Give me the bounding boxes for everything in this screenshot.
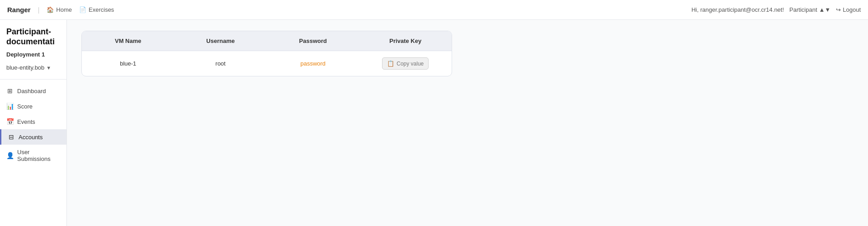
col-private-key: Private Key	[359, 31, 452, 51]
cell-private-key: 📋 Copy value	[359, 51, 452, 76]
sidebar-deployment: Deployment 1	[0, 48, 66, 62]
sidebar-item-accounts[interactable]: ⊟ Accounts	[0, 129, 66, 145]
copy-value-button[interactable]: 📋 Copy value	[382, 57, 429, 70]
greeting-text: Hi, ranger.participant@ocr.cr14.net!	[691, 6, 784, 13]
col-password: Password	[267, 31, 359, 51]
role-label: Participant	[789, 6, 817, 13]
top-nav: Ranger | 🏠 Home 📄 Exercises Hi, ranger.p…	[0, 0, 868, 20]
exercises-link[interactable]: 📄 Exercises	[79, 6, 114, 13]
dashboard-icon: ⊞	[6, 87, 14, 94]
team-chevron-icon: ▼	[46, 65, 51, 71]
role-selector[interactable]: Participant ▲▼	[789, 6, 830, 13]
cell-vm-name: blue-1	[82, 51, 175, 76]
nav-divider: |	[38, 6, 40, 14]
topnav-left: Ranger | 🏠 Home 📄 Exercises	[7, 6, 114, 14]
team-name: blue-entity.bob	[6, 64, 44, 71]
logout-button[interactable]: ↪ Logout	[836, 6, 861, 13]
sidebar-item-user-submissions[interactable]: 👤 User Submissions	[0, 145, 66, 166]
events-icon: 📅	[6, 118, 14, 125]
main-content: VM Name Username Password Private Key bl…	[67, 20, 868, 226]
team-selector[interactable]: blue-entity.bob ▼	[0, 62, 66, 77]
copy-icon: 📋	[387, 60, 394, 67]
accounts-table-card: VM Name Username Password Private Key bl…	[81, 31, 452, 76]
accounts-icon: ⊟	[8, 133, 15, 141]
exercises-icon: 📄	[79, 6, 86, 13]
score-icon: 📊	[6, 103, 14, 110]
user-submissions-icon: 👤	[6, 152, 14, 159]
sidebar-item-dashboard[interactable]: ⊞ Dashboard	[0, 83, 66, 99]
logout-icon: ↪	[836, 6, 841, 13]
topnav-right: Hi, ranger.participant@ocr.cr14.net! Par…	[691, 6, 861, 13]
sidebar-item-label: Score	[17, 103, 33, 110]
brand-title: Ranger	[7, 6, 31, 14]
page-layout: Participant-documentati Deployment 1 blu…	[0, 20, 868, 226]
col-vm-name: VM Name	[82, 31, 175, 51]
sidebar-item-label: Events	[17, 118, 35, 125]
table-header: VM Name Username Password Private Key	[82, 31, 452, 51]
home-link[interactable]: 🏠 Home	[47, 6, 72, 13]
home-icon: 🏠	[47, 6, 54, 13]
sidebar-item-score[interactable]: 📊 Score	[0, 99, 66, 114]
sidebar-item-label: Dashboard	[17, 88, 46, 94]
cell-username: root	[175, 51, 267, 76]
sidebar-item-label: Accounts	[19, 134, 42, 141]
table-row: blue-1 root password 📋 Copy value	[82, 51, 452, 76]
sidebar-divider	[0, 79, 66, 80]
role-chevron-icon: ▲▼	[819, 6, 831, 13]
col-username: Username	[175, 31, 267, 51]
sidebar: Participant-documentati Deployment 1 blu…	[0, 20, 67, 226]
sidebar-title: Participant-documentati	[0, 27, 66, 48]
sidebar-item-events[interactable]: 📅 Events	[0, 114, 66, 129]
cell-password: password	[267, 51, 359, 76]
sidebar-item-label: User Submissions	[17, 149, 60, 162]
